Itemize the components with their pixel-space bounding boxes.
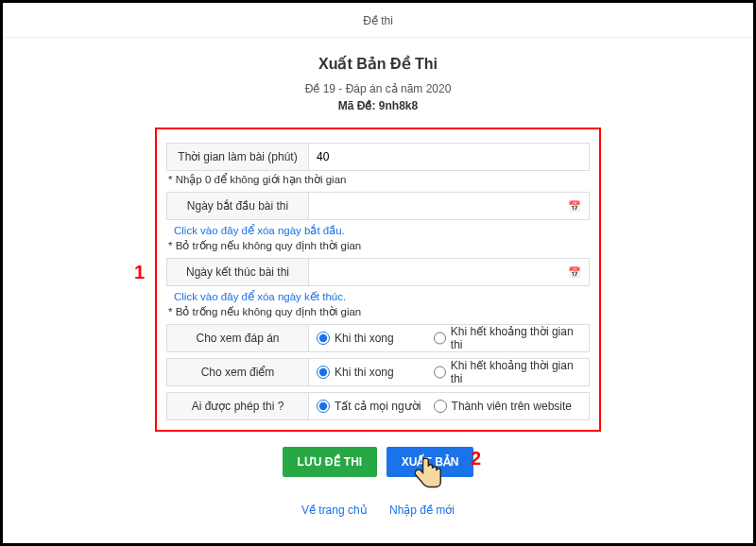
end-note: * Bỏ trống nếu không quy định thời gian xyxy=(168,305,590,318)
show-score-opt1[interactable]: Khi thi xong xyxy=(317,366,428,379)
exam-code-value: 9nh8k8 xyxy=(379,99,418,112)
calendar-icon[interactable]: 📅 xyxy=(568,200,581,213)
input-new-link[interactable]: Nhập đề mới xyxy=(389,503,455,517)
end-date-label: Ngày kết thúc bài thi xyxy=(167,259,309,285)
home-link[interactable]: Về trang chủ xyxy=(301,503,368,517)
breadcrumb: Đề thi xyxy=(3,10,753,38)
show-answer-label: Cho xem đáp án xyxy=(167,325,309,351)
show-score-opt1-label: Khi thi xong xyxy=(335,366,394,379)
clear-start-link[interactable]: Click vào đây để xóa ngày bắt đầu. xyxy=(174,224,345,237)
start-date-input[interactable] xyxy=(317,194,568,218)
start-date-label: Ngày bắt đầu bài thi xyxy=(167,193,309,219)
step-2-marker: 2 xyxy=(471,448,481,469)
show-answer-opt1[interactable]: Khi thi xong xyxy=(317,332,428,345)
end-date-input[interactable] xyxy=(317,260,568,284)
show-answer-opt1-label: Khi thi xong xyxy=(335,332,394,345)
footer-links: Về trang chủ Nhập đề mới xyxy=(3,503,753,517)
end-date-row: Ngày kết thúc bài thi 📅 xyxy=(166,258,590,286)
save-button[interactable]: LƯU ĐỀ THI xyxy=(283,447,378,477)
show-score-row: Cho xem điểm Khi thi xong Khi hết khoảng… xyxy=(166,358,590,386)
who-opt2[interactable]: Thành viên trên website xyxy=(434,400,572,413)
page: Đề thi Xuất Bản Đề Thi Đề 19 - Đáp án cả… xyxy=(3,10,753,536)
duration-label: Thời gian làm bài (phút) xyxy=(167,144,309,170)
show-answer-opt2[interactable]: Khi hết khoảng thời gian thi xyxy=(434,325,581,351)
show-score-opt2-label: Khi hết khoảng thời gian thi xyxy=(451,359,581,385)
exam-code-label: Mã Đề: xyxy=(338,99,376,112)
start-note: * Bỏ trống nếu không quy định thời gian xyxy=(168,239,590,252)
show-answer-row: Cho xem đáp án Khi thi xong Khi hết khoả… xyxy=(166,324,590,352)
start-date-row: Ngày bắt đầu bài thi 📅 xyxy=(166,192,590,220)
page-title: Xuất Bản Đề Thi xyxy=(3,55,753,73)
show-answer-opt2-label: Khi hết khoảng thời gian thi xyxy=(451,325,581,351)
who-opt1-label: Tất cả mọi người xyxy=(335,400,421,413)
who-row: Ai được phép thi ? Tất cả mọi người Thàn… xyxy=(166,392,590,420)
form-highlight: 1 Thời gian làm bài (phút) * Nhập 0 để k… xyxy=(155,128,601,432)
exam-code: Mã Đề: 9nh8k8 xyxy=(3,99,753,112)
button-row: LƯU ĐỀ THI XUẤT BẢN xyxy=(3,447,753,477)
app-frame: Đề thi Xuất Bản Đề Thi Đề 19 - Đáp án cả… xyxy=(0,0,756,546)
subtitle: Đề 19 - Đáp án cả năm 2020 xyxy=(3,82,753,95)
publish-button[interactable]: XUẤT BẢN xyxy=(387,447,474,477)
show-score-label: Cho xem điểm xyxy=(167,359,309,385)
duration-input[interactable] xyxy=(317,145,581,169)
duration-row: Thời gian làm bài (phút) xyxy=(166,143,590,171)
who-opt1[interactable]: Tất cả mọi người xyxy=(317,400,428,413)
duration-note: * Nhập 0 để không giới hạn thời gian xyxy=(168,173,590,186)
who-label: Ai được phép thi ? xyxy=(167,393,309,419)
show-score-opt2[interactable]: Khi hết khoảng thời gian thi xyxy=(434,359,581,385)
step-1-marker: 1 xyxy=(134,262,145,283)
calendar-icon[interactable]: 📅 xyxy=(568,266,581,279)
who-opt2-label: Thành viên trên website xyxy=(452,400,572,413)
clear-end-link[interactable]: Click vào đây để xóa ngày kết thúc. xyxy=(174,290,346,303)
